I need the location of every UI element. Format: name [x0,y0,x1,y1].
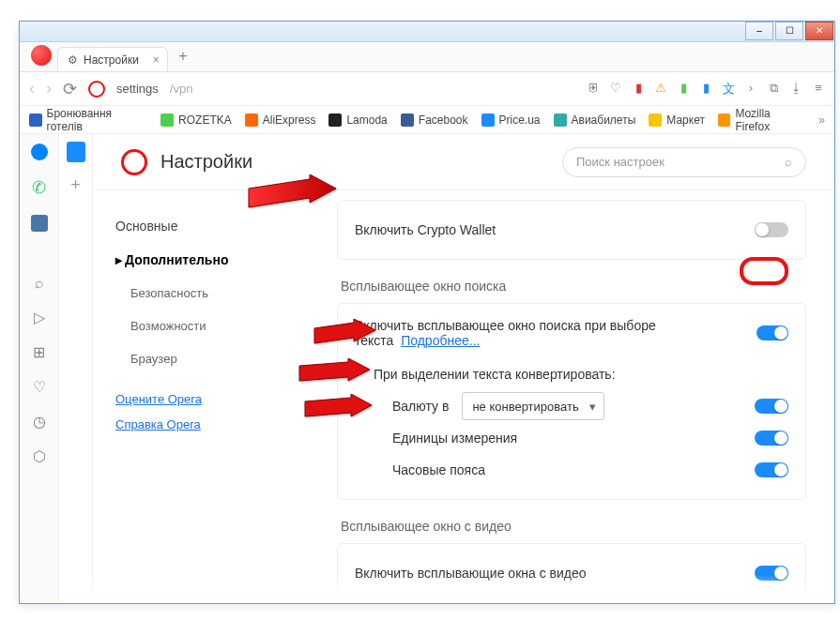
search-icon: ⌕ [785,155,792,169]
search-popup-toggle[interactable] [756,325,788,340]
translate-icon[interactable]: 文 [722,81,735,98]
settings-search-input[interactable]: Поиск настроек ⌕ [562,147,806,177]
add-workspace-button[interactable]: + [70,175,81,195]
settings-nav: Основные ▸Дополнительно Безопасность Воз… [93,190,328,603]
whatsapp-icon[interactable]: ✆ [32,177,46,198]
messenger-icon[interactable] [31,144,48,160]
bookmarks-bar: Бронювання готелів ROZETKA AliExpress La… [20,106,834,134]
opera-menu-button[interactable] [31,45,52,66]
settings-content: Включить Crypto Wallet Всплывающее окно … [328,190,834,603]
browser-sidebar: ✆ ⌕ ▷ ⊞ ♡ ◷ ⬡ [20,134,59,603]
toolbar-icons: ⛨ ♡ ▮ ⚠ ▮ ▮ 文 › ⧉ ⭳ ≡ [587,81,825,98]
bookmark-item[interactable]: Авиабилеты [554,113,636,127]
bookmark-item[interactable]: Lamoda [328,113,387,127]
window-titlebar: – ☐ ✕ [20,22,834,42]
annotation-arrow [312,319,377,356]
ext1-icon[interactable]: ▮ [677,81,690,98]
extensions-icon[interactable]: ⬡ [33,447,46,465]
currency-toggle[interactable] [755,399,788,414]
bookmarks-overflow-button[interactable]: » [818,113,825,127]
crypto-wallet-card: Включить Crypto Wallet [337,200,806,260]
timezones-label: Часовые пояса [392,462,485,477]
currency-label: Валюту в [392,399,449,414]
nav-security[interactable]: Безопасность [93,277,328,310]
svg-marker-2 [299,358,370,381]
address-host[interactable]: settings [116,82,159,96]
badge-icon[interactable]: ▮ [632,81,645,98]
shield-icon[interactable]: ⛨ [587,81,600,98]
address-bar: ‹ › ⟳ settings /vpn ⛨ ♡ ▮ ⚠ ▮ ▮ 文 › ⧉ ⭳ … [20,72,834,106]
search-popup-card: Включить всплывающее окно поиска при выб… [337,303,806,500]
video-popup-section-title: Всплывающее окно с видео [341,519,806,534]
window-minimize-button[interactable]: – [745,22,773,40]
highlight-ring [740,257,788,285]
units-label: Единицы измерения [392,431,517,446]
nav-features[interactable]: Возможности [93,310,328,342]
bookmark-item[interactable]: ROZETKA [160,113,232,127]
warning-icon[interactable]: ⚠ [654,81,667,98]
opera-scheme-icon [88,81,105,98]
units-toggle[interactable] [755,431,788,446]
tab-close-icon[interactable]: × [153,53,160,67]
nav-advanced[interactable]: ▸Дополнительно [93,243,328,277]
nav-help-opera[interactable]: Справка Opera [93,412,328,437]
address-path[interactable]: /vpn [170,82,193,96]
svg-marker-0 [249,174,336,207]
translate-tab-icon[interactable] [67,142,85,162]
svg-marker-3 [305,394,372,416]
bookmark-item[interactable]: Mozilla Firefox [718,107,805,133]
vk-icon[interactable] [31,215,48,232]
nav-browser[interactable]: Браузер [93,342,328,375]
video-popup-card: Включить всплывающие окна с видео [337,543,806,603]
browser-window: – ☐ ✕ ⚙ Настройки × + ‹ › ⟳ settings /vp… [19,21,835,604]
crypto-wallet-label: Включить Crypto Wallet [355,222,496,237]
video-popup-enable-label: Включить всплывающие окна с видео [355,566,587,581]
gear-icon: ⚙ [68,53,78,67]
bookmark-item[interactable]: AliExpress [245,113,316,127]
crypto-wallet-toggle[interactable] [755,222,788,237]
svg-marker-1 [314,319,375,343]
tab-label: Настройки [84,53,139,67]
chevron-right-icon[interactable]: › [744,81,757,98]
bookmark-item[interactable]: Price.ua [481,113,541,127]
bookmark-item[interactable]: Маркет [649,113,705,127]
heart-rail-icon[interactable]: ♡ [33,378,46,396]
download-icon[interactable]: ⭳ [789,81,802,98]
heart-icon[interactable]: ♡ [609,81,622,98]
tab-settings[interactable]: ⚙ Настройки × [57,47,168,71]
nav-forward-button[interactable]: › [46,79,52,98]
history-icon[interactable]: ◷ [33,413,46,431]
search-icon[interactable]: ⌕ [35,275,44,292]
settings-header: Настройки Поиск настроек ⌕ [93,134,834,190]
nav-reload-button[interactable]: ⟳ [63,79,77,99]
screenshot-icon[interactable]: ⧉ [767,81,780,98]
search-popup-learnmore-link[interactable]: Подробнее... [401,333,480,348]
bookmark-item[interactable]: Facebook [401,113,468,127]
search-popup-section-title: Всплывающее окно поиска [341,279,806,294]
currency-dropdown[interactable]: не конвертировать [462,392,603,420]
nav-rate-opera[interactable]: Оцените Opera [93,386,328,412]
bookmark-item[interactable]: Бронювання готелів [29,107,147,133]
convert-on-select-label: При выделении текста конвертировать: [374,367,616,382]
video-popup-toggle[interactable] [755,566,788,581]
window-close-button[interactable]: ✕ [805,22,833,40]
flow-icon[interactable]: ▷ [34,309,45,326]
tab-strip: ⚙ Настройки × + [20,42,834,72]
annotation-arrow [297,358,372,396]
new-tab-button[interactable]: + [174,48,192,67]
annotation-arrow [302,394,374,431]
easysetup-icon[interactable]: ≡ [812,81,825,98]
annotation-arrow [244,174,338,225]
window-maximize-button[interactable]: ☐ [775,22,803,40]
search-popup-enable-label: Включить всплывающее окно поиска при выб… [355,318,756,348]
page-title: Настройки [160,151,549,173]
opera-logo-icon [121,149,147,175]
ext2-icon[interactable]: ▮ [699,81,712,98]
timezones-toggle[interactable] [755,462,788,477]
nav-back-button[interactable]: ‹ [29,79,35,98]
settings-subrail: + [59,134,93,603]
speeddial-icon[interactable]: ⊞ [33,343,45,361]
